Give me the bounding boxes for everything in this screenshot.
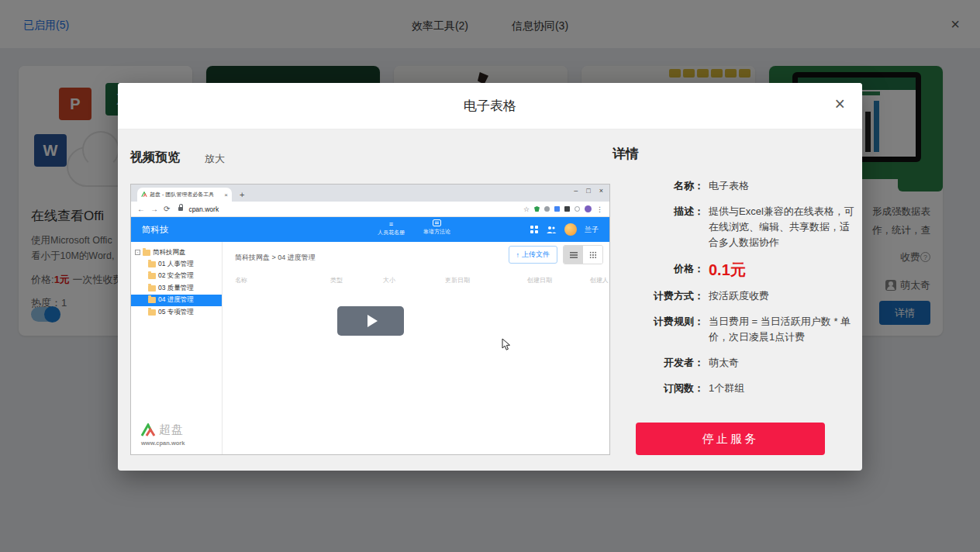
col-updated: 更新日期 xyxy=(445,276,470,285)
cpan-favicon xyxy=(141,191,147,198)
roster-list-icon: ≡ xyxy=(389,219,393,229)
mouse-cursor xyxy=(502,338,511,351)
grid-view-button[interactable] xyxy=(583,246,602,264)
view-toggle xyxy=(563,245,603,264)
back-icon[interactable]: ← xyxy=(137,205,145,213)
user-avatar[interactable] xyxy=(564,223,577,236)
list-view-icon xyxy=(570,252,578,258)
col-size: 大小 xyxy=(383,276,395,285)
browser-menu-icon[interactable]: ⋮ xyxy=(596,205,603,213)
video-preview-heading: 视频预览 xyxy=(130,150,180,166)
tree-item-03[interactable]: 03 质量管理 xyxy=(131,282,222,295)
browser-tab[interactable]: 超盘 - 团队管理者必备工具 × xyxy=(137,188,232,202)
folder-icon xyxy=(148,261,156,267)
upload-icon: ↑ xyxy=(516,251,520,259)
field-billing-method: 计费方式： 按活跃度收费 xyxy=(612,288,854,304)
modal-header: 电子表格 × xyxy=(118,83,862,129)
nav-methodology[interactable]: 靠谱方法论 xyxy=(423,219,450,236)
cpan-appbar: 简科技 ≡ 人员花名册 靠谱方法论 xyxy=(131,217,609,242)
folder-icon xyxy=(148,285,156,292)
spreadsheet-detail-modal: 电子表格 × 视频预览 放大 超盘 - 团队管理者必备工具 × + xyxy=(118,83,862,471)
adblock-icon[interactable] xyxy=(534,206,540,212)
browser-toolbar: ← → ⟳ cpan.work ☆ ⋮ xyxy=(131,202,609,217)
price-value: 0.1元 xyxy=(704,261,854,278)
stop-service-button[interactable]: 停止服务 xyxy=(636,423,825,455)
tree-item-05[interactable]: 05 专项管理 xyxy=(131,306,222,319)
window-controls: – □ × xyxy=(574,187,603,195)
forward-icon[interactable]: → xyxy=(150,205,158,213)
field-description: 描述： 提供与Excel兼容的在线表格，可在线浏览、编辑、共享数据，适合多人数据… xyxy=(612,204,854,250)
tree-root[interactable]: - 简科技网盘 xyxy=(131,247,222,258)
zoom-link[interactable]: 放大 xyxy=(205,152,225,166)
new-tab-icon[interactable]: + xyxy=(240,188,244,202)
video-preview[interactable]: 超盘 - 团队管理者必备工具 × + – □ × ← → ⟳ cpan.work xyxy=(130,184,610,455)
appbar-nav: ≡ 人员花名册 靠谱方法论 xyxy=(378,219,450,236)
tab-title: 超盘 - 团队管理者必备工具 xyxy=(150,191,222,198)
brand-name: 简科技 xyxy=(142,224,169,236)
apps-grid-icon[interactable] xyxy=(530,226,538,233)
maximize-icon[interactable]: □ xyxy=(586,187,590,195)
field-price: 价格： 0.1元 xyxy=(612,261,854,278)
contacts-icon[interactable] xyxy=(546,226,557,233)
file-manager: - 简科技网盘 01 人事管理 02 安全管理 xyxy=(131,242,609,454)
watermark-url: www.cpan.work xyxy=(141,440,185,447)
reload-icon[interactable]: ⟳ xyxy=(164,205,170,213)
detail-panel: 详情 名称： 电子表格 描述： 提供与Excel兼容的在线表格，可在线浏览、编辑… xyxy=(612,145,854,406)
detail-heading: 详情 xyxy=(612,145,854,163)
bookmark-star-icon[interactable]: ☆ xyxy=(523,205,530,213)
breadcrumb-sep: > xyxy=(272,254,276,261)
profile-avatar[interactable] xyxy=(585,205,592,212)
address-url[interactable]: cpan.work xyxy=(188,205,219,213)
folder-tree: - 简科技网盘 01 人事管理 02 安全管理 xyxy=(131,242,223,454)
extension-icon[interactable] xyxy=(544,206,550,212)
folder-icon xyxy=(143,250,150,256)
modal-body: 视频预览 放大 超盘 - 团队管理者必备工具 × + – □ xyxy=(118,129,862,470)
tab-close-icon[interactable]: × xyxy=(224,191,228,198)
minimize-icon[interactable]: – xyxy=(574,187,578,195)
file-list-panel: 简科技网盘 > 04 进度管理 ↑ 上传文件 xyxy=(223,242,609,454)
tree-item-01[interactable]: 01 人事管理 xyxy=(131,258,222,271)
watermark: 超盘 xyxy=(140,423,184,437)
modal-title: 电子表格 xyxy=(464,97,516,115)
play-button[interactable] xyxy=(337,306,404,336)
grid-view-icon xyxy=(589,251,596,258)
col-creator: 创建人 xyxy=(590,276,609,285)
field-subscriptions: 订阅数： 1个群组 xyxy=(612,381,854,396)
browser-tabstrip: 超盘 - 团队管理者必备工具 × + – □ × xyxy=(131,185,609,202)
col-type: 类型 xyxy=(330,276,343,285)
folder-icon xyxy=(148,273,156,279)
tree-item-02[interactable]: 02 安全管理 xyxy=(131,271,222,283)
folder-icon xyxy=(148,309,156,316)
lock-icon xyxy=(178,207,183,211)
breadcrumb: 简科技网盘 > 04 进度管理 xyxy=(235,253,316,263)
col-name: 名称 xyxy=(235,276,247,285)
window-close-icon[interactable]: × xyxy=(599,187,603,195)
cpan-logo xyxy=(140,423,156,437)
browser-extensions: ☆ ⋮ xyxy=(523,205,603,213)
field-developer: 开发者： 萌太奇 xyxy=(612,355,854,371)
field-billing-rule: 计费规则： 当日费用 = 当日活跃用户数 * 单价，次日凌晨1点计费 xyxy=(612,314,854,345)
field-name: 名称： 电子表格 xyxy=(612,178,854,194)
col-created: 创建日期 xyxy=(527,276,552,285)
list-view-button[interactable] xyxy=(564,246,583,264)
extension-icon[interactable] xyxy=(575,206,580,212)
user-name: 兰子 xyxy=(585,225,599,235)
appbar-right: 兰子 xyxy=(530,223,599,236)
collapse-icon[interactable]: - xyxy=(135,250,140,255)
app-marketplace-page: 已启用(5) 效率工具(2) 信息协同(3) × P X W 在线查看Offi … xyxy=(0,0,980,552)
extension-icon[interactable] xyxy=(554,206,560,212)
play-icon xyxy=(368,315,378,327)
tree-item-04-selected[interactable]: 04 进度管理 xyxy=(131,295,222,307)
watermark-brand: 超盘 xyxy=(159,423,184,437)
extension-icon[interactable] xyxy=(564,206,570,212)
file-controls: ↑ 上传文件 xyxy=(509,245,604,264)
folder-icon xyxy=(148,297,156,303)
chat-icon xyxy=(433,219,441,226)
nav-roster[interactable]: ≡ 人员花名册 xyxy=(378,219,405,236)
modal-close-icon[interactable]: × xyxy=(835,94,845,115)
upload-button[interactable]: ↑ 上传文件 xyxy=(509,246,558,264)
